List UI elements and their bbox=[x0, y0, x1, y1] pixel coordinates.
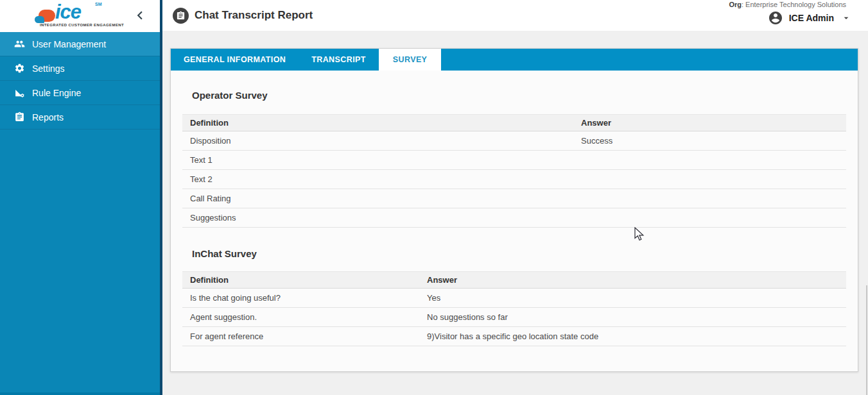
clipboard-icon bbox=[173, 8, 189, 24]
main-area: Chat Transcript Report Org: Enterprise T… bbox=[162, 0, 868, 395]
blue-bubble-icon bbox=[35, 16, 44, 23]
sidebar-item-label: Rule Engine bbox=[32, 88, 81, 98]
sidebar-item-label: Settings bbox=[32, 63, 65, 74]
org-label-value: : Enterprise Technology Solutions bbox=[742, 1, 846, 8]
definition-cell: Suggestions bbox=[182, 213, 573, 223]
answer-cell: No suggestions so far bbox=[419, 312, 846, 322]
definition-cell: For agent reference bbox=[182, 332, 419, 341]
table-row: Suggestions bbox=[182, 208, 846, 228]
tab-bar: GENERAL INFORMATION TRANSCRIPT SURVEY bbox=[171, 49, 858, 71]
sidebar-nav: User Management Settings Rule Engine Rep… bbox=[0, 32, 160, 130]
definition-cell: Text 1 bbox=[182, 155, 573, 165]
table-header-row: Definition Answer bbox=[182, 271, 846, 289]
operator-survey-title: Operator Survey bbox=[192, 90, 846, 101]
account-circle-icon bbox=[768, 10, 783, 26]
sidebar-item-label: Reports bbox=[32, 112, 64, 122]
rule-engine-icon bbox=[14, 87, 25, 98]
table-row: Text 1 bbox=[182, 151, 846, 170]
definition-cell: Agent suggestion. bbox=[182, 312, 419, 322]
answer-cell: Yes bbox=[419, 293, 846, 303]
table-row: Agent suggestion. No suggestions so far bbox=[182, 308, 846, 327]
definition-cell: Text 2 bbox=[182, 174, 573, 184]
definition-cell: Call Rating bbox=[182, 194, 573, 203]
tab-transcript[interactable]: TRANSCRIPT bbox=[299, 49, 379, 71]
table-row: Disposition Success bbox=[182, 131, 846, 151]
sidebar-item-rule-engine[interactable]: Rule Engine bbox=[0, 81, 160, 105]
sidebar-item-reports[interactable]: Reports bbox=[0, 105, 160, 130]
report-card: GENERAL INFORMATION TRANSCRIPT SURVEY Op… bbox=[170, 48, 858, 372]
table-header-row: Definition Answer bbox=[182, 114, 846, 131]
users-icon bbox=[14, 38, 25, 49]
table-row: Text 2 bbox=[182, 170, 846, 189]
logo-tagline: INTEGRATED CUSTOMER ENGAGEMENT bbox=[40, 23, 123, 27]
column-header-answer: Answer bbox=[573, 118, 846, 128]
header-right: Org: Enterprise Technology Solutions ICE… bbox=[729, 0, 851, 31]
column-header-definition: Definition bbox=[182, 275, 419, 285]
user-name: ICE Admin bbox=[789, 13, 834, 23]
definition-cell: Is the chat going useful? bbox=[182, 293, 419, 303]
user-menu[interactable]: ICE Admin bbox=[768, 10, 851, 26]
sidebar: ice SM INTEGRATED CUSTOMER ENGAGEMENT Us… bbox=[0, 0, 162, 395]
survey-panel: Operator Survey Definition Answer Dispos… bbox=[171, 90, 858, 346]
answer-cell: 9)Visitor has a specific geo location st… bbox=[419, 332, 846, 341]
top-header: Chat Transcript Report Org: Enterprise T… bbox=[162, 0, 868, 31]
sidebar-item-user-management[interactable]: User Management bbox=[0, 32, 160, 56]
logo-strip: ice SM INTEGRATED CUSTOMER ENGAGEMENT bbox=[0, 0, 160, 32]
chevron-left-icon[interactable] bbox=[132, 7, 148, 24]
caret-down-icon bbox=[841, 13, 851, 23]
operator-survey-table: Definition Answer Disposition Success Te… bbox=[182, 114, 846, 228]
org-label: Org: Enterprise Technology Solutions bbox=[729, 1, 846, 8]
table-row: For agent reference 9)Visitor has a spec… bbox=[182, 327, 846, 346]
sidebar-item-settings[interactable]: Settings bbox=[0, 56, 160, 81]
app-window: ice SM INTEGRATED CUSTOMER ENGAGEMENT Us… bbox=[0, 0, 868, 395]
page-title: Chat Transcript Report bbox=[195, 9, 313, 22]
tab-general-information[interactable]: GENERAL INFORMATION bbox=[171, 49, 299, 71]
right-edge-divider bbox=[866, 285, 867, 395]
answer-cell: Success bbox=[573, 136, 846, 146]
table-row: Is the chat going useful? Yes bbox=[182, 289, 846, 308]
logo-wordmark: ice bbox=[55, 1, 81, 24]
sidebar-bottom-strip bbox=[0, 392, 160, 395]
inchat-survey-table: Definition Answer Is the chat going usef… bbox=[182, 271, 846, 346]
org-label-bold: Org bbox=[729, 1, 742, 8]
definition-cell: Disposition bbox=[182, 136, 573, 146]
logo-sm-mark: SM bbox=[95, 2, 102, 6]
table-row: Call Rating bbox=[182, 189, 846, 208]
report-icon bbox=[14, 112, 25, 122]
inchat-survey-title: InChat Survey bbox=[192, 248, 846, 259]
tab-survey[interactable]: SURVEY bbox=[379, 49, 442, 71]
column-header-answer: Answer bbox=[419, 275, 846, 285]
column-header-definition: Definition bbox=[182, 118, 573, 128]
gear-icon bbox=[14, 63, 25, 74]
sidebar-item-label: User Management bbox=[32, 39, 106, 49]
